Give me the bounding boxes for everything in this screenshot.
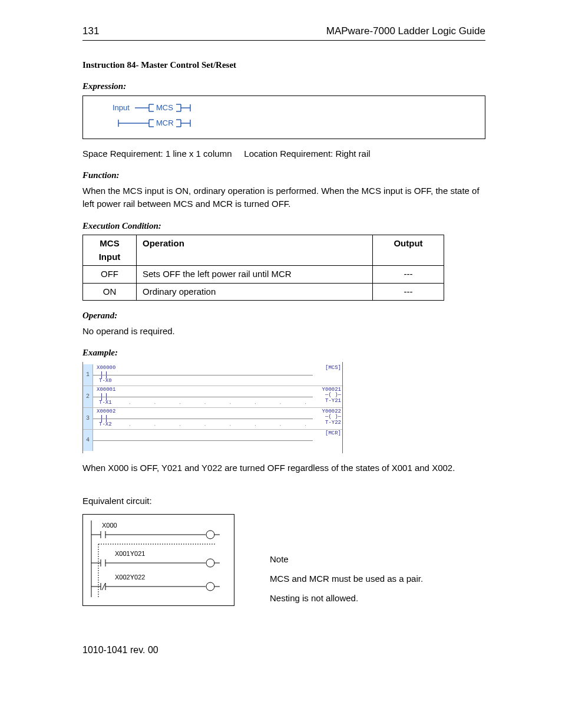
rung-right: [MCS] [325, 365, 341, 371]
rung-sub-label: T-X0 [99, 377, 112, 386]
expr-input-label: Input [113, 103, 130, 112]
rung-number: 3 [83, 408, 93, 429]
note-heading: Note [270, 549, 423, 569]
exec-r1-out: --- [373, 283, 444, 301]
exec-h-mcs: MCS Input [83, 235, 137, 266]
exec-h-out: Output [373, 235, 444, 266]
svg-text:X001Y021: X001Y021 [115, 550, 145, 557]
function-text: When the MCS input is ON, ordinary opera… [82, 185, 485, 211]
space-requirement: Space Requirement: 1 line x 1 column Loc… [82, 147, 485, 161]
table-row: ON Ordinary operation --- [83, 283, 444, 301]
rung-right: Y00022 —( )— T-Y22 [322, 409, 341, 427]
example-heading: Example: [82, 346, 485, 360]
example-diagram: 1 X00000 T-X0 [MCS] 2 X00001 ········ T-… [82, 362, 343, 453]
page-number: 131 [82, 24, 99, 39]
doc-title: MAPware-7000 Ladder Logic Guide [326, 24, 485, 39]
instruction-title: Instruction 84- Master Control Set/Reset [82, 58, 485, 72]
expression-heading: Expression: [82, 80, 485, 93]
rung-right: [MCR] [325, 431, 341, 437]
exec-heading: Execution Condition: [82, 219, 485, 233]
table-row: OFF Sets OFF the left power rail until M… [83, 266, 444, 284]
equiv-diagram: X000 X001Y021 X002Y022 [82, 514, 234, 606]
svg-point-42 [206, 582, 214, 591]
exec-r0-out: --- [373, 266, 444, 284]
exec-r0-mcs: OFF [83, 266, 137, 284]
rung-number: 2 [83, 386, 93, 407]
notes: Note MCS and MCR must be used as a pair.… [270, 514, 423, 608]
rung-sub-label: T-X2 [99, 421, 112, 429]
exec-r1-mcs: ON [83, 283, 137, 301]
exec-r1-op: Ordinary operation [137, 283, 373, 301]
expression-diagram: Input MCS MCR [82, 95, 485, 139]
example-desc: When X000 is OFF, Y021 and Y022 are turn… [82, 462, 485, 475]
equiv-heading: Equivalent circuit: [82, 495, 485, 508]
function-heading: Function: [82, 169, 485, 182]
rung-number: 1 [83, 364, 93, 386]
exec-r0-op: Sets OFF the left power rail until MCR [137, 266, 373, 284]
exec-h-op: Operation [137, 235, 373, 266]
expr-mcr: MCR [156, 118, 174, 127]
expr-mcs: MCS [156, 103, 173, 112]
note-line2: Nesting is not allowed. [270, 588, 423, 608]
exec-table: MCS Input Operation Output OFF Sets OFF … [82, 235, 444, 301]
page-header: 131 MAPware-7000 Ladder Logic Guide [82, 24, 485, 41]
operand-heading: Operand: [82, 309, 485, 322]
footer-rev: 1010-1041 rev. 00 [82, 643, 485, 657]
svg-text:X000: X000 [102, 522, 117, 529]
rung-right: Y00021 —( )— T-Y21 [322, 387, 341, 405]
rung-number: 4 [83, 430, 93, 451]
operand-text: No operand is required. [82, 325, 485, 338]
svg-point-34 [206, 559, 214, 567]
note-line1: MCS and MCR must be used as a pair. [270, 569, 423, 588]
svg-line-40 [102, 583, 105, 590]
svg-text:X002Y022: X002Y022 [115, 574, 145, 581]
rung-sub-label: T-X1 [99, 399, 112, 407]
svg-point-25 [206, 531, 214, 539]
